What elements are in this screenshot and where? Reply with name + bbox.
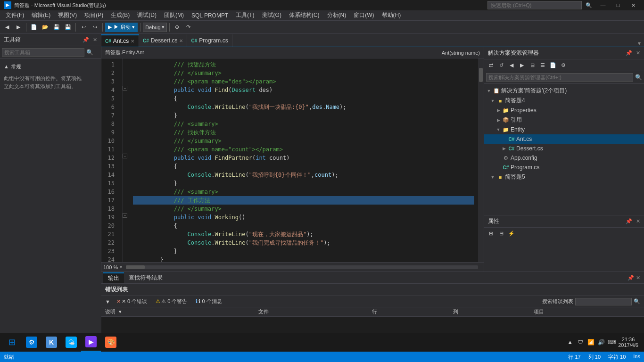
tray-keyboard-icon[interactable]: ⌨	[608, 338, 615, 346]
output-tab[interactable]: 输出	[103, 272, 124, 283]
error-count-filter[interactable]: ✕ ✕ 0 个错误	[114, 297, 149, 306]
save-all-button[interactable]: 💾	[63, 22, 73, 33]
col-row[interactable]: 行	[368, 307, 449, 317]
search-icon[interactable]: 🔍	[586, 2, 592, 8]
save-button[interactable]: 💾	[51, 22, 62, 33]
tab-program-cs[interactable]: C# Program.cs	[187, 34, 232, 47]
tray-volume-icon[interactable]: 🔊	[597, 338, 605, 346]
menu-item-f[interactable]: 文件(F)	[2, 10, 28, 21]
taskbar-settings-btn[interactable]: ⚙	[22, 333, 41, 352]
tab-ant-cs[interactable]: C# Ant.cs ✕	[101, 34, 139, 47]
menu-item-v[interactable]: 视图(V)	[54, 10, 81, 21]
se-project-4[interactable]: ▼ ■ 简答题4	[484, 96, 644, 106]
col-project[interactable]: 项目	[530, 307, 644, 317]
toolbox-close-button[interactable]: ✕	[93, 37, 97, 43]
warning-count-filter[interactable]: ⚠ ⚠ 0 个警告	[153, 297, 190, 306]
se-settings-button[interactable]: ⚙	[559, 60, 568, 70]
se-solution-root[interactable]: ▼ 📋 解决方案'简答题'(2个项目)	[484, 86, 644, 96]
se-back-button[interactable]: ◀	[507, 60, 516, 70]
taskbar-klite-btn[interactable]: K	[41, 333, 61, 352]
col-file[interactable]: 文件	[255, 307, 369, 317]
code-container[interactable]: 123456 789101112 131415161718 1920212223…	[101, 58, 484, 262]
error-search-input[interactable]	[575, 298, 632, 305]
prop-categories-button[interactable]: ⊞	[486, 229, 495, 238]
tray-shield-icon[interactable]: 🛡	[577, 338, 584, 346]
forward-button[interactable]: ▶	[13, 22, 24, 33]
toolbox-pin-icon[interactable]: 📌	[83, 37, 89, 43]
se-references[interactable]: ▶ 📦 引用	[484, 115, 644, 125]
se-search-icon[interactable]: 🔍	[635, 74, 642, 81]
se-properties[interactable]: ▶ 📁 Properties	[484, 106, 644, 115]
taskbar-vs-btn[interactable]: ▶	[81, 333, 101, 352]
prop-pin-icon[interactable]: 📌	[626, 218, 632, 224]
horizontal-scrollbar-thumb[interactable]	[126, 265, 145, 269]
se-ant-cs[interactable]: C# Ant.cs	[484, 134, 644, 144]
se-files-button[interactable]: 📄	[548, 60, 558, 70]
bottom-close-button[interactable]: ✕	[636, 275, 640, 281]
se-close-button[interactable]: ✕	[636, 50, 640, 56]
code-text-area[interactable]: /// 找甜品方法 /// </summary> /// <param name…	[129, 58, 478, 262]
se-forward-button[interactable]: ▶	[517, 60, 527, 70]
menu-item-d[interactable]: 调试(D)	[133, 10, 160, 21]
bottom-pin-icon[interactable]: 📌	[627, 275, 634, 281]
se-properties-button[interactable]: ☰	[538, 60, 547, 70]
fold-marker-findpartner[interactable]: −	[123, 154, 127, 158]
se-project-5[interactable]: ▼ ■ 简答题5	[484, 172, 644, 182]
error-filter-dropdown[interactable]: ▼	[105, 299, 110, 304]
ant-cs-close-icon[interactable]: ✕	[131, 39, 134, 44]
taskbar-clock[interactable]: 21:36 2017/4/6	[618, 337, 638, 348]
se-search-input[interactable]	[486, 73, 633, 82]
se-collapse-button[interactable]: ⊟	[528, 60, 537, 70]
error-search-icon[interactable]: 🔍	[634, 298, 640, 304]
dessert-cs-close-icon[interactable]: ✕	[179, 38, 183, 43]
se-entity-folder[interactable]: ▼ 📁 Entity	[484, 125, 644, 134]
menu-item-h[interactable]: 帮助(H)	[378, 10, 405, 21]
prop-sort-button[interactable]: ⊟	[496, 229, 506, 238]
toolbox-section-general[interactable]: ▲ 常规	[4, 63, 97, 71]
quick-launch-input[interactable]	[487, 1, 582, 9]
zoom-arrow-icon[interactable]: ▾	[120, 264, 122, 270]
new-file-button[interactable]: 📄	[29, 22, 39, 33]
tab-dessert-cs[interactable]: C# Dessert.cs ✕	[139, 34, 187, 47]
redo-button[interactable]: ↪	[90, 22, 100, 33]
menu-item-b[interactable]: 生成(B)	[107, 10, 133, 21]
menu-item-p[interactable]: 项目(P)	[81, 10, 107, 21]
col-description[interactable]: 说明 ▾	[101, 307, 255, 317]
close-button[interactable]: ✕	[626, 0, 640, 10]
fold-marker-find[interactable]: −	[123, 86, 127, 90]
open-button[interactable]: 📂	[40, 22, 50, 33]
start-debug-button[interactable]: ▶ ▶ 启动 ▾	[105, 23, 138, 32]
menu-item-c[interactable]: 体系结构(C)	[285, 10, 323, 21]
menu-item-t[interactable]: 工具(T)	[232, 10, 258, 21]
undo-button[interactable]: ↩	[78, 22, 89, 33]
taskbar-weather-btn[interactable]: 🌤	[61, 333, 81, 352]
se-app-config[interactable]: ⚙ App.config	[484, 153, 644, 163]
horizontal-scrollbar-track[interactable]	[126, 265, 478, 269]
fold-marker-working[interactable]: −	[123, 213, 127, 218]
vertical-scrollbar[interactable]	[478, 58, 484, 262]
start-button[interactable]: ⊞	[2, 333, 22, 352]
menu-item-n[interactable]: 分析(N)	[323, 10, 350, 21]
prop-events-button[interactable]: ⚡	[507, 229, 516, 238]
prop-close-button[interactable]: ✕	[636, 218, 640, 224]
attach-button[interactable]: ⊕	[172, 22, 182, 33]
menu-item-g[interactable]: 测试(G)	[258, 10, 285, 21]
step-over-button[interactable]: ↷	[183, 22, 194, 33]
minimize-button[interactable]: —	[596, 0, 610, 10]
se-sync-button[interactable]: ⇄	[486, 60, 495, 70]
back-button[interactable]: ◀	[2, 22, 12, 33]
col-col[interactable]: 列	[449, 307, 530, 317]
se-dessert-cs[interactable]: ▶ C# Dessert.cs	[484, 144, 644, 153]
taskbar-paint-btn[interactable]: 🎨	[101, 333, 121, 352]
se-pin-icon[interactable]: 📌	[626, 50, 632, 56]
se-program-cs[interactable]: C# Program.cs	[484, 163, 644, 172]
scrollbar-thumb[interactable]	[479, 68, 483, 82]
menu-item-sqlprompt[interactable]: SQL PROMPT	[188, 10, 232, 21]
maximize-button[interactable]: □	[611, 0, 625, 10]
tray-arrow-icon[interactable]: ▲	[566, 338, 574, 346]
menu-item-w[interactable]: 窗口(W)	[350, 10, 378, 21]
menu-item-e[interactable]: 编辑(E)	[28, 10, 54, 21]
message-count-filter[interactable]: ℹ ℹ 0 个消息	[193, 297, 224, 306]
tray-network-icon[interactable]: 📶	[587, 338, 594, 346]
tabs-scroll-button[interactable]: ▾	[635, 40, 644, 47]
